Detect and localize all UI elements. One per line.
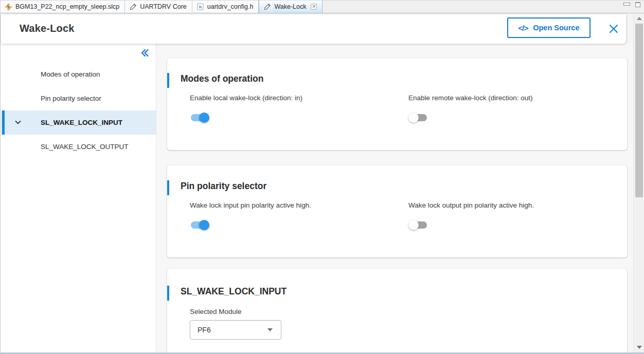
sidebar-item-pin-polarity-selector[interactable]: Pin polarity selector [1,86,156,110]
selected-module-dropdown[interactable]: PF6 [190,320,281,340]
tab-wake-lock[interactable]: Wake-Lock ✕ [259,1,323,13]
sidebar-item-label: SL_WAKE_LOCK_OUTPUT [41,143,129,151]
setting-label: Enable remote wake-lock (direction: out) [408,94,627,102]
tab-close-icon[interactable]: ✕ [311,4,317,10]
card-title: SL_WAKE_LOCK_INPUT [181,269,627,297]
settings-grid: Enable local wake-lock (direction: in) E… [167,84,627,123]
sidebar-item-modes-of-operation[interactable]: Modes of operation [1,62,156,86]
card-modes-of-operation: Modes of operation Enable local wake-loc… [167,58,627,150]
toggle-input-pin-polarity[interactable] [190,220,209,230]
tab-label: BGM13_P22_ncp_empty_sleep.slcp [15,3,119,10]
settings-grid: Wake lock input pin polarity active high… [167,192,627,230]
component-body: Modes of operation Pin polarity selector… [1,44,633,352]
scrollbar-thumb[interactable] [635,24,643,197]
setting-enable-remote-wake-lock: Enable remote wake-lock (direction: out) [408,94,627,123]
maximize-icon[interactable] [635,2,640,7]
sidebar-item-label: Modes of operation [41,70,100,78]
setting-label: Wake lock output pin polarity active hig… [408,201,627,209]
tab-uartdrv-core[interactable]: UARTDRV Core [125,1,192,13]
setting-output-pin-polarity: Wake lock output pin polarity active hig… [408,201,627,230]
card-title: Modes of operation [181,58,627,84]
editor-tab-bar: BGM13_P22_ncp_empty_sleep.slcp UARTDRV C… [1,0,644,13]
vertical-scrollbar[interactable] [633,14,644,353]
setting-label: Selected Module [190,308,627,315]
section-nav-list: Modes of operation Pin polarity selector… [1,62,156,159]
card-title: Pin polarity selector [181,165,627,192]
tab-label: UARTDRV Core [140,3,187,10]
setting-input-pin-polarity: Wake lock input pin polarity active high… [190,201,408,230]
toggle-thumb [199,113,209,123]
setting-label: Wake lock input pin polarity active high… [190,201,408,209]
sidebar-item-label: Pin polarity selector [41,95,101,102]
setting-enable-local-wake-lock: Enable local wake-lock (direction: in) [190,94,408,123]
slcp-project-icon [5,3,12,11]
open-source-button-label: Open Source [533,24,579,32]
h-file-icon: h [196,3,204,11]
card-accent-bar [167,73,169,88]
sidebar-item-sl-wake-lock-output[interactable]: SL_WAKE_LOCK_OUTPUT [1,135,156,159]
svg-text:h: h [199,5,202,9]
main-content: Modes of operation Enable local wake-loc… [156,44,633,352]
dropdown-arrow-icon [267,328,273,331]
page-title: Wake-Lock [20,23,75,34]
toggle-thumb [408,220,419,230]
code-brackets-icon: </> [518,24,528,32]
toggle-enable-remote-wake-lock[interactable] [408,113,428,123]
pencil-icon [129,3,137,11]
sidebar-item-label: SL_WAKE_LOCK_INPUT [41,119,122,126]
toggle-output-pin-polarity[interactable] [408,220,428,230]
open-source-button[interactable]: </> Open Source [507,17,591,38]
collapse-sidebar-icon[interactable] [138,47,151,59]
tab-uartdrv-config[interactable]: h uartdrv_config.h [192,1,259,13]
scroll-down-icon[interactable] [637,346,642,349]
chevron-down-icon [14,118,22,126]
card-accent-bar [167,180,169,195]
toggle-thumb [199,220,209,230]
tab-project-slcp[interactable]: BGM13_P22_ncp_empty_sleep.slcp [1,1,125,13]
minimize-icon[interactable] [623,3,630,6]
setting-label: Enable local wake-lock (direction: in) [190,94,408,102]
close-icon[interactable] [608,23,619,34]
pencil-icon [263,3,271,11]
section-sidebar: Modes of operation Pin polarity selector… [1,44,156,352]
component-header: Wake-Lock </> Open Source [1,14,626,44]
scroll-up-icon[interactable] [637,17,642,20]
card-accent-bar [167,286,169,301]
view-window-controls [623,2,640,7]
selected-module-value: PF6 [198,326,211,334]
card-pin-polarity-selector: Pin polarity selector Wake lock input pi… [167,165,627,257]
card-sl-wake-lock-input: SL_WAKE_LOCK_INPUT Selected Module PF6 [167,269,627,352]
tab-label: Wake-Lock [274,3,306,10]
sidebar-item-sl-wake-lock-input[interactable]: SL_WAKE_LOCK_INPUT [1,110,156,135]
wake-lock-component-view: BGM13_P22_ncp_empty_sleep.slcp UARTDRV C… [0,0,644,354]
tab-label: uartdrv_config.h [207,3,254,10]
toggle-thumb [408,113,419,123]
toggle-enable-local-wake-lock[interactable] [190,113,209,123]
setting-selected-module: Selected Module PF6 [190,308,627,340]
